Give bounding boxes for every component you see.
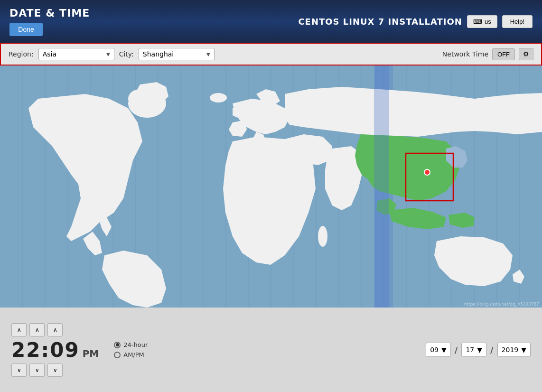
radio-ampm-indicator: [114, 352, 121, 358]
radio-24h-indicator: [114, 342, 121, 348]
toolbar: Region: Asia ▼ City: Shanghai ▼ Network …: [0, 43, 542, 65]
timezone-highlight: [374, 65, 389, 308]
minutes-down-button[interactable]: ∨: [29, 364, 45, 377]
radio-ampm-label: AM/PM: [123, 351, 144, 358]
time-value: 22:09: [11, 338, 80, 362]
network-time-settings-button[interactable]: ⚙: [519, 48, 533, 60]
date-separator-2: /: [490, 345, 494, 355]
month-value: 09: [430, 346, 439, 354]
radio-24h-label: 24-hour: [123, 341, 148, 348]
city-label: City:: [119, 50, 134, 58]
ampm-value: PM: [83, 348, 99, 359]
app-title: CENTOS LINUX 7 INSTALLATION: [298, 17, 462, 27]
toolbar-right: Network Time OFF ⚙: [442, 48, 533, 60]
toolbar-left: Region: Asia ▼ City: Shanghai ▼: [9, 48, 437, 60]
month-dropdown-arrow: ▼: [441, 346, 447, 354]
time-down-arrows: ∨ ∨ ∨: [11, 364, 99, 377]
year-dropdown-arrow: ▼: [521, 346, 526, 354]
city-select[interactable]: Shanghai ▼: [139, 48, 215, 60]
minutes-up-button[interactable]: ∧: [29, 323, 45, 336]
year-dropdown[interactable]: 2019 ▼: [497, 343, 531, 357]
watermark: https://blog.csdn.net/qq_45103767: [464, 302, 539, 307]
time-controls: ∧ ∧ ∧ 22:09 PM ∨ ∨ ∨: [11, 323, 99, 377]
day-value: 17: [466, 346, 474, 354]
keyboard-icon: ⌨: [473, 18, 482, 25]
time-up-arrows: ∧ ∧ ∧: [11, 323, 99, 336]
done-button[interactable]: Done: [9, 23, 43, 36]
date-controls: 09 ▼ / 17 ▼ / 2019 ▼: [426, 343, 531, 357]
keyboard-lang: us: [485, 18, 491, 25]
header-left: DATE & TIME Done: [9, 7, 90, 36]
region-select[interactable]: Asia ▼: [38, 48, 114, 60]
region-label: Region:: [9, 50, 34, 58]
svg-rect-30: [406, 153, 453, 201]
map-container[interactable]: https://blog.csdn.net/qq_45103767: [0, 65, 542, 308]
hours-down-button[interactable]: ∨: [11, 364, 27, 377]
day-dropdown-arrow: ▼: [477, 346, 482, 354]
svg-point-28: [210, 93, 227, 103]
radio-24h[interactable]: 24-hour: [114, 341, 148, 348]
header-right: CENTOS LINUX 7 INSTALLATION ⌨ us Help!: [298, 15, 533, 28]
page-title: DATE & TIME: [9, 7, 90, 19]
time-format-group: 24-hour AM/PM: [114, 341, 148, 358]
network-time-label: Network Time: [442, 50, 488, 58]
month-dropdown[interactable]: 09 ▼: [426, 343, 451, 357]
help-button[interactable]: Help!: [502, 15, 533, 28]
day-dropdown[interactable]: 17 ▼: [461, 343, 486, 357]
world-map: [0, 65, 542, 308]
seconds-up-button[interactable]: ∧: [47, 323, 63, 336]
gear-icon: ⚙: [523, 50, 529, 58]
city-value: Shanghai: [143, 50, 174, 58]
time-display: 22:09 PM: [11, 338, 99, 362]
network-time-toggle[interactable]: OFF: [492, 48, 515, 60]
seconds-down-button[interactable]: ∨: [47, 364, 63, 377]
minutes-value: 09: [50, 338, 79, 362]
region-value: Asia: [43, 50, 56, 58]
bottom-controls: ∧ ∧ ∧ 22:09 PM ∨ ∨ ∨ 24-hour AM/PM 09: [0, 308, 542, 392]
svg-point-27: [318, 226, 327, 247]
year-value: 2019: [502, 346, 519, 354]
header: DATE & TIME Done CENTOS LINUX 7 INSTALLA…: [0, 0, 542, 43]
hours-value: 22: [11, 338, 41, 362]
radio-ampm[interactable]: AM/PM: [114, 351, 148, 358]
date-separator-1: /: [455, 345, 458, 355]
hours-up-button[interactable]: ∧: [11, 323, 27, 336]
region-dropdown-arrow: ▼: [106, 52, 110, 57]
city-dropdown-arrow: ▼: [206, 52, 210, 57]
keyboard-button[interactable]: ⌨ us: [467, 15, 497, 28]
